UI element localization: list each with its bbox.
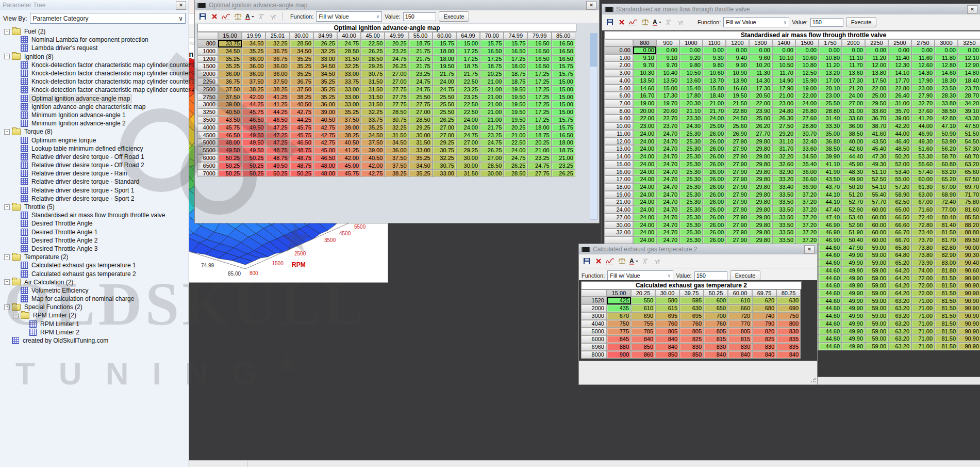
map-cell[interactable]: 26.00 xyxy=(703,183,726,191)
tree-leaf-item[interactable]: Desired Throttle Angle xyxy=(1,219,189,228)
map-cell[interactable]: 48.75 xyxy=(290,162,313,170)
tree-folder-item[interactable]: −Temperature (2) xyxy=(1,253,189,261)
map-cell[interactable]: 26.00 xyxy=(703,145,726,153)
map-cell[interactable]: 23.25 xyxy=(552,162,575,170)
fill-mode-icon[interactable]: A xyxy=(245,12,255,21)
map-cell[interactable]: 45.00 xyxy=(337,162,361,170)
map-cell[interactable]: 69.70 xyxy=(958,183,980,191)
map-cell[interactable]: 59.00 xyxy=(865,312,888,320)
map-cell[interactable]: 18.75 xyxy=(552,147,575,154)
map-cell[interactable]: 830 xyxy=(679,343,704,351)
map-cell[interactable]: 44.60 xyxy=(819,335,842,343)
map-cell[interactable]: 35.25 xyxy=(290,62,313,70)
row-header[interactable]: 3000 xyxy=(581,312,607,320)
map-cell[interactable]: 44.60 xyxy=(819,275,842,282)
map-cell[interactable]: 11.40 xyxy=(888,54,911,62)
map-cell[interactable]: 45.75 xyxy=(337,170,361,178)
map-cell[interactable]: 77.00 xyxy=(935,206,958,214)
map-cell[interactable]: 90.30 xyxy=(958,251,980,259)
map-cell[interactable]: 37.20 xyxy=(795,214,819,221)
map-cell[interactable]: 17.30 xyxy=(842,77,865,85)
tree-leaf-item[interactable]: Knock-detection factor characteristic ma… xyxy=(1,61,189,69)
map-cell[interactable]: 32.60 xyxy=(772,160,795,168)
map-cell[interactable]: 0.00 xyxy=(726,46,749,54)
map-cell[interactable]: 36.75 xyxy=(218,78,242,86)
map-cell[interactable]: 31.50 xyxy=(337,55,361,63)
map-cell[interactable]: 11.30 xyxy=(749,69,772,77)
map-cell[interactable]: 28.80 xyxy=(819,107,842,115)
map-cell[interactable]: 59.00 xyxy=(865,297,888,305)
map-cell[interactable]: 62.50 xyxy=(888,198,911,206)
map-cell[interactable]: 50.25 xyxy=(265,170,289,178)
map-cell[interactable]: 11.70 xyxy=(772,69,795,77)
map-cell[interactable]: 27.00 xyxy=(480,154,504,162)
map-cell[interactable]: 48.30 xyxy=(842,168,865,176)
row-header[interactable]: 9.00 xyxy=(604,115,633,122)
map-cell[interactable]: 49.50 xyxy=(242,139,265,147)
map-cell[interactable]: 33.75 xyxy=(337,78,361,86)
map-cell[interactable]: 73.70 xyxy=(911,236,935,244)
map-cell[interactable]: 630 xyxy=(679,304,704,312)
map-cell[interactable]: 31.50 xyxy=(456,170,480,178)
map-cell[interactable]: 11.60 xyxy=(911,54,935,62)
map-cell[interactable]: 37.50 xyxy=(290,86,313,93)
map-cell[interactable]: 23.25 xyxy=(385,47,408,55)
map-cell[interactable]: 12.80 xyxy=(935,61,958,69)
map-cell[interactable]: 81.60 xyxy=(958,206,980,214)
map-cell[interactable]: 72.40 xyxy=(935,198,958,206)
vertical-scrollbar[interactable] xyxy=(590,33,597,220)
map-cell[interactable]: 31.50 xyxy=(385,132,408,139)
map-cell[interactable]: 90.90 xyxy=(958,297,980,305)
map-cell[interactable]: 33.00 xyxy=(313,55,337,63)
map-cell[interactable]: 21.70 xyxy=(703,107,726,115)
tree-leaf-item[interactable]: Optimum engine torque xyxy=(1,136,189,144)
map-cell[interactable]: 16.60 xyxy=(726,85,749,92)
row-header[interactable]: 16.00 xyxy=(604,168,633,176)
map-cell[interactable]: 46.90 xyxy=(911,130,935,138)
map-cell[interactable]: 55.40 xyxy=(865,191,888,199)
map-cell[interactable]: 54.10 xyxy=(865,183,888,191)
map-cell[interactable]: 29.80 xyxy=(749,214,772,221)
map-cell[interactable]: 37.50 xyxy=(385,154,408,162)
map-cell[interactable]: 81.50 xyxy=(935,343,958,350)
x-axis-icon[interactable]: X xyxy=(664,18,674,27)
map-cell[interactable]: 21.00 xyxy=(480,78,504,86)
map-cell[interactable]: 825 xyxy=(679,335,704,343)
map-cell[interactable]: 60.00 xyxy=(865,229,888,236)
row-header[interactable]: 1.00 xyxy=(604,54,633,62)
map-cell[interactable]: 37.60 xyxy=(911,107,935,115)
execute-button[interactable]: Execute xyxy=(439,11,470,22)
map-cell[interactable]: 35.25 xyxy=(218,62,242,70)
map-cell[interactable]: 27.00 xyxy=(409,108,433,116)
map-cell[interactable]: 21.00 xyxy=(703,100,726,107)
map-cell[interactable]: 27.00 xyxy=(385,78,408,86)
map-cell[interactable]: 48.75 xyxy=(265,154,289,162)
map-cell[interactable]: 38.25 xyxy=(337,132,361,139)
map-cell[interactable]: 22.00 xyxy=(749,100,772,107)
row-header[interactable]: 5.00 xyxy=(604,85,633,92)
map-cell[interactable]: 35.70 xyxy=(888,107,911,115)
map-cell[interactable]: 435 xyxy=(607,304,631,312)
tree-leaf-item[interactable]: Desired Throttle Angle 2 xyxy=(1,236,189,245)
map-cell[interactable]: 47.10 xyxy=(935,122,958,130)
map-cell[interactable]: 22.70 xyxy=(656,115,679,122)
map-cell[interactable]: 44.60 xyxy=(819,282,842,289)
map-cell[interactable]: 31.00 xyxy=(888,100,911,107)
map-cell[interactable]: 24.00 xyxy=(703,115,726,122)
map-cell[interactable]: 16.50 xyxy=(504,47,527,55)
column-header[interactable]: 55.00 xyxy=(409,32,433,40)
map-cell[interactable]: 33.00 xyxy=(337,86,361,93)
map-cell[interactable]: 21.75 xyxy=(480,124,504,132)
map-cell[interactable]: 26.00 xyxy=(703,168,726,176)
map-cell[interactable]: 66.70 xyxy=(888,236,911,244)
map-cell[interactable]: 22.00 xyxy=(795,92,819,100)
row-header[interactable]: 18.00 xyxy=(604,183,633,191)
map-cell[interactable]: 24.00 xyxy=(633,214,656,221)
map-cell[interactable]: 41.25 xyxy=(265,101,289,108)
map-cell[interactable]: 46.90 xyxy=(819,236,842,244)
map-cell[interactable]: 805 xyxy=(728,328,752,335)
map-cell[interactable]: 24.70 xyxy=(656,138,679,146)
map-cell[interactable]: 32.20 xyxy=(772,153,795,160)
map-cell[interactable]: 580 xyxy=(655,297,679,304)
map-cell[interactable]: 17.00 xyxy=(819,77,842,85)
